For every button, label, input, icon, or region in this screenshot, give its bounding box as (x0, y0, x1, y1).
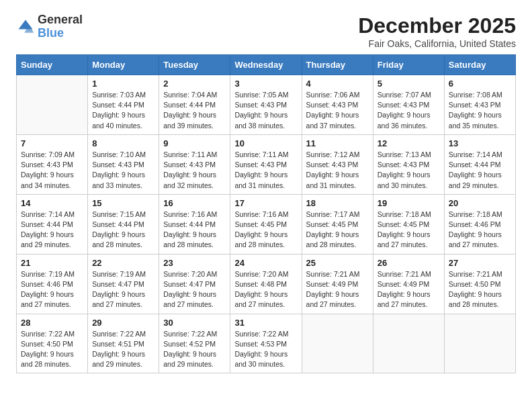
day-number: 3 (234, 79, 297, 89)
day-number: 23 (163, 258, 226, 268)
sunset-text: Sunset: 4:43 PM (306, 101, 359, 109)
sunrise-text: Sunrise: 7:22 AM (21, 330, 75, 338)
header-tuesday: Tuesday (159, 55, 230, 75)
sunrise-text: Sunrise: 7:21 AM (378, 270, 431, 278)
day-cell: 24Sunrise: 7:20 AMSunset: 4:48 PMDayligh… (230, 254, 302, 314)
sunrise-text: Sunrise: 7:14 AM (449, 150, 502, 158)
day-cell: 15Sunrise: 7:15 AMSunset: 4:44 PMDayligh… (88, 194, 159, 254)
day-info: Sunrise: 7:07 AMSunset: 4:43 PMDaylight:… (378, 90, 440, 131)
day-info: Sunrise: 7:18 AMSunset: 4:46 PMDaylight:… (449, 210, 511, 250)
day-info: Sunrise: 7:10 AMSunset: 4:43 PMDaylight:… (92, 150, 154, 191)
day-number: 24 (234, 258, 297, 268)
sunset-text: Sunset: 4:43 PM (378, 101, 430, 109)
day-cell: 13Sunrise: 7:14 AMSunset: 4:44 PMDayligh… (444, 134, 515, 194)
day-cell (444, 314, 515, 373)
day-cell (17, 75, 88, 135)
day-info: Sunrise: 7:22 AMSunset: 4:53 PMDaylight:… (234, 329, 297, 370)
sunrise-text: Sunrise: 7:05 AM (234, 91, 288, 99)
sunrise-text: Sunrise: 7:09 AM (21, 150, 75, 158)
daylight-text: Daylight: 9 hours and 27 minutes. (449, 230, 502, 248)
daylight-text: Daylight: 9 hours and 33 minutes. (92, 171, 145, 189)
day-number: 30 (163, 318, 226, 328)
header-sunday: Sunday (17, 55, 88, 75)
day-info: Sunrise: 7:17 AMSunset: 4:45 PMDaylight:… (306, 210, 369, 250)
day-number: 11 (306, 138, 369, 148)
sunset-text: Sunset: 4:44 PM (21, 220, 73, 228)
daylight-text: Daylight: 9 hours and 31 minutes. (234, 171, 287, 189)
day-info: Sunrise: 7:16 AMSunset: 4:45 PMDaylight:… (234, 210, 297, 250)
daylight-text: Daylight: 9 hours and 38 minutes. (234, 111, 287, 129)
sunset-text: Sunset: 4:44 PM (92, 220, 144, 228)
calendar-header: SundayMondayTuesdayWednesdayThursdayFrid… (17, 55, 516, 75)
day-cell: 9Sunrise: 7:11 AMSunset: 4:43 PMDaylight… (159, 134, 230, 194)
sunset-text: Sunset: 4:52 PM (163, 340, 216, 348)
day-number: 12 (378, 138, 440, 148)
day-cell (373, 314, 444, 373)
day-cell: 25Sunrise: 7:21 AMSunset: 4:49 PMDayligh… (302, 254, 373, 314)
day-info: Sunrise: 7:21 AMSunset: 4:50 PMDaylight:… (449, 269, 511, 310)
day-number: 6 (449, 79, 511, 89)
day-info: Sunrise: 7:21 AMSunset: 4:49 PMDaylight:… (306, 269, 369, 310)
day-info: Sunrise: 7:04 AMSunset: 4:44 PMDaylight:… (163, 90, 226, 131)
day-number: 10 (234, 138, 297, 148)
sunrise-text: Sunrise: 7:22 AM (234, 330, 288, 338)
sunset-text: Sunset: 4:49 PM (378, 280, 430, 288)
day-number: 18 (306, 198, 369, 208)
sunrise-text: Sunrise: 7:12 AM (306, 150, 360, 158)
logo-icon (16, 17, 35, 36)
sunrise-text: Sunrise: 7:17 AM (306, 210, 360, 218)
day-number: 14 (21, 198, 83, 208)
sunrise-text: Sunrise: 7:19 AM (92, 270, 146, 278)
sunrise-text: Sunrise: 7:13 AM (378, 150, 431, 158)
daylight-text: Daylight: 9 hours and 29 minutes. (449, 171, 502, 189)
calendar-subtitle: Fair Oaks, California, United States (358, 38, 516, 49)
sunrise-text: Sunrise: 7:15 AM (92, 210, 146, 218)
day-info: Sunrise: 7:12 AMSunset: 4:43 PMDaylight:… (306, 150, 369, 191)
day-cell: 5Sunrise: 7:07 AMSunset: 4:43 PMDaylight… (373, 75, 444, 135)
sunrise-text: Sunrise: 7:14 AM (21, 210, 75, 218)
week-row-4: 21Sunrise: 7:19 AMSunset: 4:46 PMDayligh… (17, 254, 516, 314)
daylight-text: Daylight: 9 hours and 29 minutes. (21, 230, 74, 248)
day-number: 9 (163, 138, 226, 148)
day-number: 27 (449, 258, 511, 268)
day-number: 2 (163, 79, 226, 89)
calendar-title: December 2025 (358, 13, 516, 38)
header-row: SundayMondayTuesdayWednesdayThursdayFrid… (17, 55, 516, 75)
day-info: Sunrise: 7:22 AMSunset: 4:50 PMDaylight:… (21, 329, 83, 370)
day-number: 7 (21, 138, 83, 148)
daylight-text: Daylight: 9 hours and 28 minutes. (163, 230, 216, 248)
sunset-text: Sunset: 4:43 PM (234, 101, 287, 109)
day-cell: 17Sunrise: 7:16 AMSunset: 4:45 PMDayligh… (230, 194, 302, 254)
day-cell: 18Sunrise: 7:17 AMSunset: 4:45 PMDayligh… (302, 194, 373, 254)
daylight-text: Daylight: 9 hours and 34 minutes. (21, 171, 74, 189)
day-number: 17 (234, 198, 297, 208)
day-number: 26 (378, 258, 440, 268)
day-cell: 14Sunrise: 7:14 AMSunset: 4:44 PMDayligh… (17, 194, 88, 254)
day-number: 4 (306, 79, 369, 89)
day-info: Sunrise: 7:15 AMSunset: 4:44 PMDaylight:… (92, 210, 154, 250)
day-cell: 20Sunrise: 7:18 AMSunset: 4:46 PMDayligh… (444, 194, 515, 254)
sunset-text: Sunset: 4:50 PM (449, 280, 501, 288)
logo: General Blue (16, 13, 83, 40)
day-number: 5 (378, 79, 440, 89)
day-info: Sunrise: 7:18 AMSunset: 4:45 PMDaylight:… (378, 210, 440, 250)
sunset-text: Sunset: 4:45 PM (234, 220, 287, 228)
day-info: Sunrise: 7:11 AMSunset: 4:43 PMDaylight:… (163, 150, 226, 191)
sunrise-text: Sunrise: 7:06 AM (306, 91, 360, 99)
header-monday: Monday (88, 55, 159, 75)
sunrise-text: Sunrise: 7:22 AM (163, 330, 217, 338)
sunrise-text: Sunrise: 7:04 AM (163, 91, 217, 99)
logo-text: General Blue (38, 13, 83, 40)
sunset-text: Sunset: 4:53 PM (234, 340, 287, 348)
sunset-text: Sunset: 4:43 PM (234, 161, 287, 169)
sunset-text: Sunset: 4:46 PM (21, 280, 73, 288)
sunrise-text: Sunrise: 7:18 AM (378, 210, 431, 218)
daylight-text: Daylight: 9 hours and 27 minutes. (306, 290, 359, 308)
sunrise-text: Sunrise: 7:11 AM (163, 150, 217, 158)
day-info: Sunrise: 7:22 AMSunset: 4:51 PMDaylight:… (92, 329, 154, 370)
title-block: December 2025 Fair Oaks, California, Uni… (358, 13, 516, 49)
sunset-text: Sunset: 4:47 PM (163, 280, 216, 288)
day-number: 25 (306, 258, 369, 268)
sunrise-text: Sunrise: 7:19 AM (21, 270, 75, 278)
day-cell: 30Sunrise: 7:22 AMSunset: 4:52 PMDayligh… (159, 314, 230, 373)
